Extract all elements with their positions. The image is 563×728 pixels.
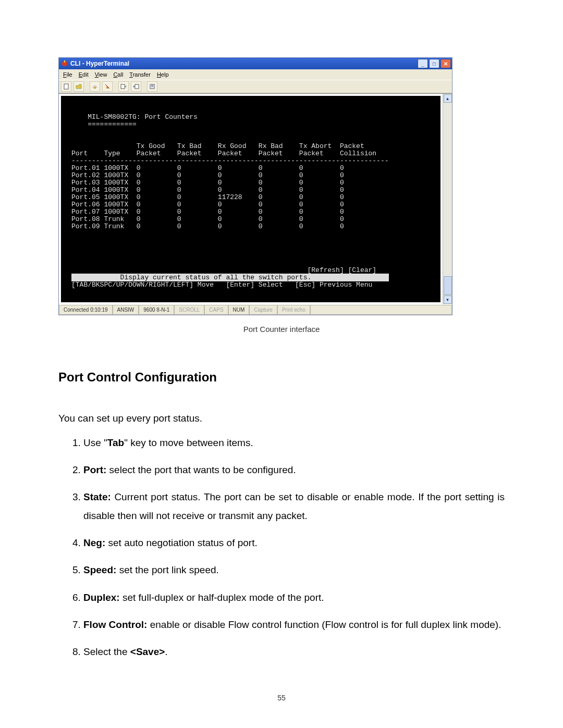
- minimize-button[interactable]: _: [418, 59, 428, 68]
- scroll-track[interactable]: [444, 103, 452, 295]
- send-icon[interactable]: [118, 81, 129, 92]
- status-num: NUM: [228, 305, 250, 315]
- titlebar: CLI - HyperTerminal _ □ ✕: [59, 58, 452, 69]
- status-connected: Connected 0:10:19: [59, 305, 113, 315]
- connect-icon[interactable]: [90, 81, 100, 92]
- list-item: Use "Tab" key to move between items.: [83, 434, 505, 452]
- status-scroll: SCROLL: [174, 305, 204, 315]
- close-button[interactable]: ✕: [440, 59, 451, 68]
- page-number: 55: [0, 694, 563, 702]
- open-icon[interactable]: [74, 81, 84, 92]
- maximize-button[interactable]: □: [429, 59, 439, 68]
- menu-transfer[interactable]: Transfer: [127, 71, 153, 78]
- menu-file[interactable]: File: [61, 71, 75, 78]
- svg-rect-6: [121, 84, 125, 89]
- statusbar: Connected 0:10:19 ANSIW 9600 8-N-1 SCROL…: [59, 304, 452, 315]
- list-item: Flow Control: enable or disable Flow con…: [83, 615, 505, 634]
- svg-rect-2: [64, 84, 68, 89]
- menu-view[interactable]: View: [93, 71, 109, 78]
- list-item: Speed: set the port link speed.: [83, 561, 505, 579]
- scrollbar[interactable]: ▲ ▼: [443, 94, 452, 304]
- menu-call[interactable]: Call: [111, 71, 125, 78]
- list-item: Select the <Save>.: [83, 643, 505, 661]
- menubar: File Edit View Call Transfer Help: [59, 69, 452, 80]
- receive-icon[interactable]: [131, 81, 141, 92]
- svg-rect-1: [64, 60, 65, 63]
- svg-rect-3: [94, 87, 96, 89]
- new-icon[interactable]: [61, 81, 71, 92]
- scroll-up-icon[interactable]: ▲: [444, 94, 452, 103]
- hyperterminal-window: CLI - HyperTerminal _ □ ✕ File Edit View…: [58, 57, 452, 315]
- properties-icon[interactable]: [147, 81, 157, 92]
- list-item: Neg: set auto negotiation status of port…: [83, 534, 505, 552]
- toolbar: [59, 80, 452, 93]
- svg-rect-7: [135, 84, 139, 89]
- menu-help[interactable]: Help: [155, 71, 171, 78]
- status-caps: CAPS: [204, 305, 228, 315]
- window-title: CLI - HyperTerminal: [70, 60, 418, 67]
- terminal-output: MIL-SM8002TG: Port Counters ============…: [61, 96, 440, 302]
- app-icon: [61, 60, 68, 67]
- list-item: State: Current port status. The port can…: [83, 488, 505, 525]
- disconnect-icon[interactable]: [102, 81, 113, 92]
- scroll-down-icon[interactable]: ▼: [444, 295, 452, 304]
- scroll-thumb[interactable]: [444, 276, 452, 295]
- section-heading: Port Control Configuration: [58, 370, 505, 385]
- status-printecho: Print echo: [277, 305, 310, 315]
- list-item: Duplex: set full-duplex or half-duplex m…: [83, 588, 505, 607]
- steps-list: Use "Tab" key to move between items.Port…: [58, 434, 505, 661]
- menu-edit[interactable]: Edit: [77, 71, 91, 78]
- intro-text: You can set up every port status.: [58, 413, 505, 424]
- status-settings: 9600 8-N-1: [139, 305, 174, 315]
- status-emulation: ANSIW: [113, 305, 139, 315]
- list-item: Port: select the port that wants to be c…: [83, 461, 505, 479]
- status-capture: Capture: [249, 305, 277, 315]
- figure-caption: Port Counter interface: [58, 325, 505, 334]
